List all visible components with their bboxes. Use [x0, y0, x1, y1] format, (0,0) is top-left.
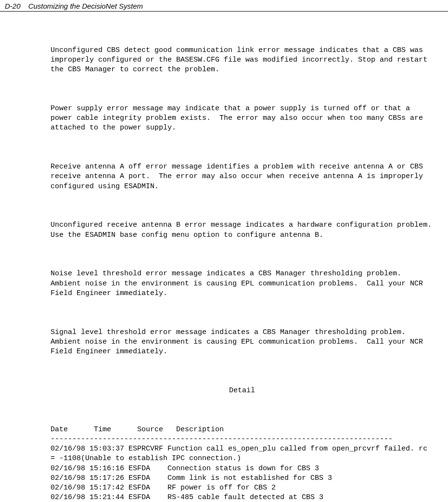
log-entry: 02/16/98 15:16:16 ESFDA Connection statu…	[51, 464, 319, 473]
page-content: Unconfigured CBS detect good communicati…	[0, 12, 448, 502]
paragraph-power-supply: Power supply error message may indicate …	[51, 104, 434, 133]
log-block: Date Time Source Description -----------…	[51, 425, 434, 502]
paragraph-signal-threshold: Signal level threshold error message ind…	[51, 328, 434, 357]
page-header: D-20 Customizing the DecisioNet System	[0, 0, 448, 12]
detail-heading: Detail	[51, 386, 434, 396]
log-entry: 02/16/98 15:21:44 ESFDA RS-485 cable fau…	[51, 493, 323, 502]
paragraph-noise-threshold: Noise level threshold error message indi…	[51, 269, 434, 298]
paragraph-antenna-b: Unconfigured receive antenna B error mes…	[51, 220, 434, 240]
log-column-header: Date Time Source Description	[51, 425, 224, 434]
paragraph-unconfigured-cbs: Unconfigured CBS detect good communicati…	[51, 46, 434, 75]
log-separator: ----------------------------------------…	[51, 435, 393, 443]
log-entry: 02/16/98 15:17:42 ESFDA RF power is off …	[51, 484, 276, 492]
paragraph-antenna-a: Receive antenna A off error message iden…	[51, 162, 434, 192]
page-title: Customizing the DecisioNet System	[28, 2, 143, 10]
log-entry: 02/16/98 15:03:37 ESPRCVRF Function call…	[51, 445, 432, 463]
page-number: D-20	[5, 2, 21, 10]
log-entry: 02/16/98 15:17:26 ESFDA Comm link is not…	[51, 474, 332, 482]
